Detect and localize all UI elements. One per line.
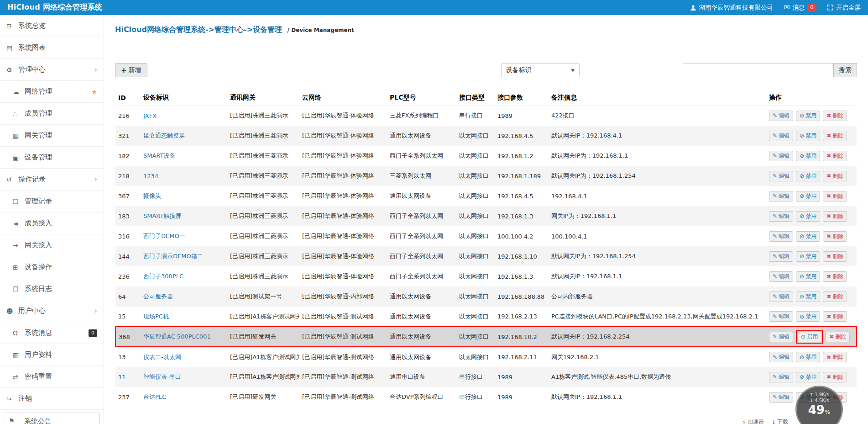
sidebar-item-member-mgmt[interactable]: ∴成员管理 <box>0 103 104 125</box>
sidebar-item-network-mgmt[interactable]: ☁网络管理★ <box>0 81 104 103</box>
edit-button[interactable]: ✎编辑 <box>769 171 793 181</box>
topbar: HiCloud 网络综合管理系统 湖南华辰智通科技有限公司 ✉ 消息 0 开启全… <box>0 0 868 15</box>
device-table: ID设备标识通讯网关云网络PLC型号接口类型接口参数备注信息操作 216JXFX… <box>115 90 857 407</box>
edit-button[interactable]: ✎编辑 <box>769 332 793 342</box>
row-action-buttons: ✎编辑⊘禁用✖删除 <box>769 191 854 201</box>
delete-button[interactable]: ✖删除 <box>823 311 847 322</box>
cell-note: 网关192.168.2.1 <box>549 347 766 367</box>
edit-button[interactable]: ✎编辑 <box>769 111 793 121</box>
sidebar-item-system-logs[interactable]: ❐系统日志 <box>0 278 104 300</box>
disable-button[interactable]: ⊘禁用 <box>796 211 820 222</box>
search-input[interactable] <box>683 63 833 77</box>
plus-icon: + <box>121 66 127 74</box>
device-link[interactable]: 摄像头 <box>143 192 161 199</box>
disable-button[interactable]: ⊘禁用 <box>796 231 820 242</box>
edit-button[interactable]: ✎编辑 <box>769 292 793 302</box>
delete-button[interactable]: ✖删除 <box>823 111 847 121</box>
delete-button-icon: ✖ <box>826 112 831 119</box>
device-link[interactable]: JXFX <box>143 112 157 119</box>
delete-button[interactable]: ✖删除 <box>823 292 847 302</box>
device-link[interactable]: 1234 <box>143 173 158 180</box>
sidebar-item-gateway-access[interactable]: →网关接入 <box>0 234 104 256</box>
sidebar-item-admin-center[interactable]: ⚙管理中心› <box>0 59 104 81</box>
edit-button-icon: ✎ <box>773 213 777 219</box>
sidebar-item-announcement[interactable]: ⚑ 系统公告 <box>4 413 100 424</box>
edit-button[interactable]: ✎编辑 <box>769 311 793 322</box>
delete-button[interactable]: ✖删除 <box>823 352 847 362</box>
delete-button[interactable]: ✖删除 <box>826 332 850 342</box>
messages-menu[interactable]: ✉ 消息 0 <box>784 4 816 12</box>
edit-button[interactable]: ✎编辑 <box>769 211 793 222</box>
add-device-button[interactable]: + 新增 <box>115 63 147 77</box>
sidebar-item-overview[interactable]: ⊡系统总览 <box>0 15 104 37</box>
sidebar-item-device-mgmt[interactable]: ▣设备管理 <box>0 147 104 169</box>
sidebar-item-admin-records[interactable]: ❏管理记录 <box>0 191 104 212</box>
sidebar-item-logout[interactable]: ↪注销 <box>0 388 104 410</box>
disable-button[interactable]: ⊘禁用 <box>796 352 820 362</box>
favorite-star-icon[interactable]: ★ <box>91 88 97 95</box>
edit-button[interactable]: ✎编辑 <box>769 271 793 282</box>
edit-button[interactable]: ✎编辑 <box>769 151 793 161</box>
sidebar-item-system-messages[interactable]: Ω系统消息0 <box>0 322 104 344</box>
sidebar-item-user-center[interactable]: ☻用户中心› <box>0 300 104 322</box>
device-link[interactable]: SMART触摸屏 <box>143 212 181 219</box>
edit-button[interactable]: ✎编辑 <box>769 352 793 362</box>
cell-interface-param: 192.168.1.189 <box>495 166 549 186</box>
disable-button[interactable]: ⊘禁用 <box>796 251 820 262</box>
device-link[interactable]: 西门子DEMO一 <box>143 233 185 239</box>
sidebar-item-user-profile[interactable]: ▥用户资料 <box>0 344 104 366</box>
search-button[interactable]: 搜索 <box>833 63 857 77</box>
download-tool[interactable]: ↓ 下载 <box>771 418 788 424</box>
edit-button[interactable]: ✎编辑 <box>769 131 793 141</box>
device-link[interactable]: 仪表二-以太网 <box>143 354 181 360</box>
sidebar-item-op-records[interactable]: ↺操作记录› <box>0 169 104 191</box>
device-link[interactable]: SMART设备 <box>143 152 175 159</box>
device-link[interactable]: 西门子演示DEMO箱二 <box>143 253 203 260</box>
device-link[interactable]: 智能仪表-串口 <box>143 373 181 380</box>
delete-button[interactable]: ✖删除 <box>823 171 847 181</box>
accelerator-tool[interactable]: ⚡ 加速器 <box>743 418 764 424</box>
sidebar-item-device-ops[interactable]: ⊞设备操作 <box>0 256 104 278</box>
cell-interface-param: 192.168.1.3 <box>495 266 549 286</box>
delete-button[interactable]: ✖删除 <box>823 251 847 262</box>
edit-button-label: 编辑 <box>779 233 790 240</box>
delete-button[interactable]: ✖删除 <box>823 271 847 282</box>
edit-button[interactable]: ✎编辑 <box>769 372 793 382</box>
disable-button[interactable]: ⊘禁用 <box>796 191 820 201</box>
disable-button[interactable]: ⊘禁用 <box>796 311 820 322</box>
disable-button[interactable]: ⊘禁用 <box>796 271 820 282</box>
delete-button[interactable]: ✖删除 <box>823 151 847 161</box>
edit-button[interactable]: ✎编辑 <box>769 251 793 262</box>
disable-button[interactable]: ⊘禁用 <box>796 131 820 141</box>
delete-button[interactable]: ✖删除 <box>823 191 847 201</box>
sidebar-item-member-access[interactable]: ◄成员接入 <box>0 212 104 234</box>
delete-button[interactable]: ✖删除 <box>823 372 847 382</box>
device-link[interactable]: 公司服务器 <box>143 293 173 300</box>
device-link[interactable]: 昆仑通态触摸屏 <box>143 132 185 139</box>
sidebar-item-charts[interactable]: ▤系统图表 <box>0 37 104 59</box>
sidebar-item-label: 系统总览 <box>18 21 46 30</box>
disable-button[interactable]: ⊘禁用 <box>796 151 820 161</box>
device-link[interactable]: 现场PC机 <box>143 313 169 320</box>
edit-button[interactable]: ✎编辑 <box>769 191 793 201</box>
cell-interface-type: 串行接口 <box>456 367 495 387</box>
device-link[interactable]: 华辰智通AC 500PLC001 <box>143 333 211 340</box>
disable-button[interactable]: ⊘禁用 <box>796 292 820 302</box>
fullscreen-toggle[interactable]: 开启全屏 <box>827 4 861 12</box>
filter-field-select[interactable]: 设备标识 ▼ <box>501 63 580 77</box>
account-menu[interactable]: 湖南华辰智通科技有限公司 <box>690 4 773 12</box>
edit-button[interactable]: ✎编辑 <box>769 392 793 403</box>
disable-button[interactable]: ⊘禁用 <box>796 171 820 181</box>
edit-button[interactable]: ✎编辑 <box>769 231 793 242</box>
sidebar-item-gateway-mgmt[interactable]: ▦网关管理 <box>0 125 104 147</box>
delete-button[interactable]: ✖删除 <box>823 211 847 222</box>
sidebar-item-password-reset[interactable]: ⇄密码重置 <box>0 366 104 388</box>
device-link[interactable]: 西门子300PLC <box>143 273 183 280</box>
delete-button[interactable]: ✖删除 <box>823 231 847 242</box>
device-link[interactable]: 台达PLC <box>143 393 166 400</box>
enable-button[interactable]: ⊙启用 <box>797 332 821 342</box>
table-row: 368华辰智通AC 500PLC001[已启用]研发网关[已启用]华辰智通-测试… <box>115 327 857 347</box>
delete-button[interactable]: ✖删除 <box>823 131 847 141</box>
disable-button[interactable]: ⊘禁用 <box>796 372 820 382</box>
disable-button[interactable]: ⊘禁用 <box>796 111 820 121</box>
